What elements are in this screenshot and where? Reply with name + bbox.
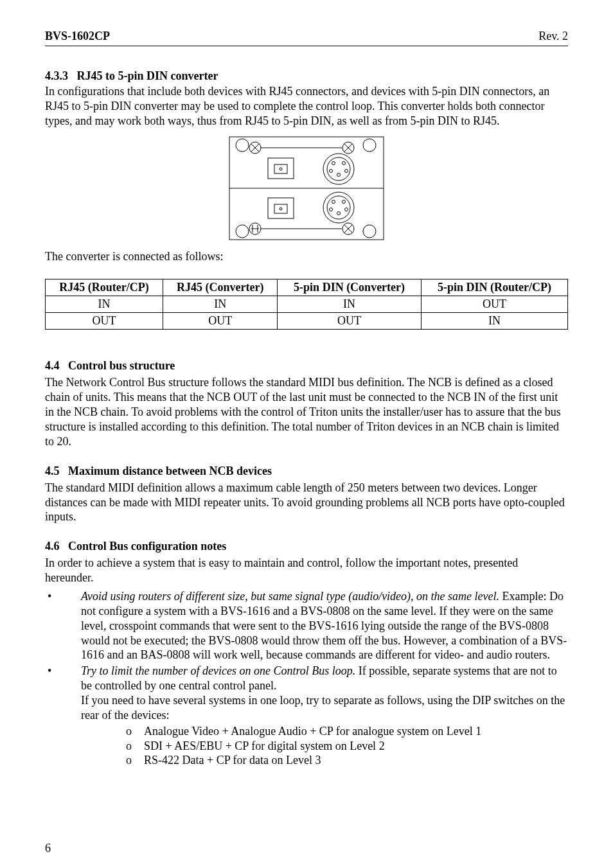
svg-rect-7	[268, 158, 294, 179]
svg-point-14	[330, 169, 333, 172]
secnum: 4.3.3	[45, 69, 68, 83]
svg-point-15	[345, 169, 348, 172]
td: IN	[163, 296, 278, 313]
converter-figure	[45, 134, 568, 243]
sub-item: Analogue Video + Analogue Audio + CP for…	[126, 724, 568, 739]
header-product: BVS-1602CP	[45, 30, 110, 43]
td: IN	[46, 296, 163, 313]
secnum: 4.5	[45, 465, 60, 478]
sub-list: Analogue Video + Analogue Audio + CP for…	[126, 724, 568, 768]
svg-point-2	[236, 139, 249, 152]
para-4-3-3: In configurations that include both devi…	[45, 84, 568, 128]
bullet-rest2: If you need to have several systems in o…	[81, 694, 565, 722]
svg-point-33	[345, 208, 348, 211]
list-item: Avoid using routers of different size, b…	[45, 589, 568, 662]
heading-4-4: 4.4 Control bus structure	[45, 359, 568, 373]
svg-point-24	[363, 225, 376, 238]
heading-4-5: 4.5 Maximum distance between NCB devices	[45, 465, 568, 478]
heading-text: Maximum distance between NCB devices	[68, 465, 272, 477]
td: OUT	[421, 296, 567, 313]
page-header: BVS-1602CP Rev. 2	[45, 30, 568, 43]
svg-point-9	[280, 168, 282, 170]
th-2: 5-pin DIN (Converter)	[278, 279, 421, 296]
svg-point-28	[323, 192, 354, 223]
svg-point-6	[363, 139, 376, 152]
para-4-5: The standard MIDI definition allows a ma…	[45, 481, 568, 525]
table-row: IN IN IN OUT	[46, 296, 568, 313]
bullet-lead: Try to limit the number of devices on on…	[81, 664, 355, 677]
td: IN	[278, 296, 421, 313]
bullet-list: Avoid using routers of different size, b…	[45, 589, 568, 768]
th-0: RJ45 (Router/CP)	[46, 279, 163, 296]
svg-point-12	[332, 161, 335, 164]
svg-point-27	[280, 208, 282, 210]
svg-point-13	[342, 161, 346, 164]
sub-item: SDI + AES/EBU + CP for digital system on…	[126, 739, 568, 754]
table-row: OUT OUT OUT IN	[46, 313, 568, 330]
svg-point-29	[327, 196, 350, 219]
td: OUT	[163, 313, 278, 330]
td: OUT	[278, 313, 421, 330]
svg-rect-26	[274, 204, 287, 213]
svg-point-17	[236, 225, 249, 238]
svg-rect-25	[268, 198, 294, 218]
heading-text: Control bus structure	[68, 359, 175, 372]
heading-4-3-3: 4.3.3 RJ45 to 5-pin DIN converter	[45, 69, 568, 83]
page-number: 6	[45, 842, 51, 855]
page: BVS-1602CP Rev. 2 4.3.3 RJ45 to 5-pin DI…	[0, 0, 613, 868]
table-intro: The converter is connected as follows:	[45, 249, 568, 264]
heading-text: Control Bus configuration notes	[68, 540, 226, 553]
header-revision: Rev. 2	[538, 30, 568, 43]
svg-point-31	[342, 200, 346, 203]
converter-diagram-svg	[223, 134, 390, 243]
para-4-6: In order to achieve a system that is eas…	[45, 556, 568, 585]
heading-text: RJ45 to 5-pin DIN converter	[77, 69, 218, 82]
svg-point-11	[327, 157, 350, 181]
td: OUT	[46, 313, 163, 330]
th-1: RJ45 (Converter)	[163, 279, 278, 296]
secnum: 4.6	[45, 540, 60, 553]
converter-table: RJ45 (Router/CP) RJ45 (Converter) 5-pin …	[45, 279, 568, 330]
sub-item: RS-422 Data + CP for data on Level 3	[126, 753, 568, 768]
svg-rect-8	[274, 164, 287, 173]
td: IN	[421, 313, 567, 330]
svg-point-10	[323, 154, 354, 184]
bullet-lead: Avoid using routers of different size, b…	[81, 590, 499, 603]
table-header-row: RJ45 (Router/CP) RJ45 (Converter) 5-pin …	[46, 279, 568, 296]
svg-point-34	[337, 211, 341, 215]
svg-point-32	[330, 208, 333, 211]
heading-4-6: 4.6 Control Bus configuration notes	[45, 540, 568, 553]
header-rule	[45, 46, 568, 46]
secnum: 4.4	[45, 359, 60, 373]
svg-point-30	[332, 200, 335, 203]
para-4-4: The Network Control Bus structure follow…	[45, 375, 568, 448]
svg-point-16	[337, 173, 341, 176]
list-item: Try to limit the number of devices on on…	[45, 664, 568, 768]
th-3: 5-pin DIN (Router/CP)	[421, 279, 567, 296]
